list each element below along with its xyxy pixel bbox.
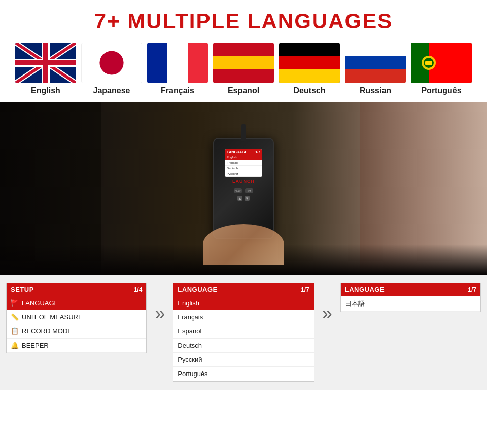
lang-row-russian: Русский (173, 353, 313, 367)
photo-section: LANGUAGE 1/7 English Français Deutsch Ру… (0, 102, 487, 275)
flag-label-francais: Français (161, 86, 194, 95)
setup-panel: SETUP 1/4 🚩 LANGUAGE 📏 UNIT OF MEASURE 📋… (6, 283, 147, 353)
main-title: 7+ MULTIPLE LANGUAGES (0, 9, 487, 33)
flag-item-deutsch: Deutsch (276, 43, 342, 95)
device-screen: LANGUAGE 1/7 English Français Deutsch Ру… (225, 149, 262, 177)
flag-germany (279, 43, 340, 83)
setup-panel-header: SETUP 1/4 (7, 283, 146, 296)
language-icon: 🚩 (11, 299, 19, 307)
svg-rect-17 (213, 69, 274, 76)
flag-label-deutsch: Deutsch (293, 86, 325, 95)
flag-label-russian: Russian (360, 86, 391, 95)
setup-beeper-text: BEEPER (22, 342, 49, 349)
svg-rect-11 (147, 43, 167, 83)
flag-item-portugues: Português (408, 43, 474, 95)
setup-row-unit: 📏 UNIT OF MEASURE (7, 310, 146, 324)
language-panel2-number: 1/7 (468, 286, 476, 293)
svg-point-10 (99, 51, 123, 74)
device-buttons: HELP I/M (214, 188, 273, 193)
flag-label-espanol: Espanol (228, 86, 259, 95)
language-panel2-title: LANGUAGE (345, 286, 385, 293)
svg-rect-22 (345, 56, 406, 70)
lang-row-francais: Français (173, 310, 313, 324)
record-icon: 📋 (11, 327, 19, 335)
lang-russian: Русский (178, 356, 202, 363)
flag-label-english: English (31, 86, 60, 95)
flag-item-english: English (13, 43, 79, 95)
lang-francais: Français (178, 313, 203, 321)
lang-japanese: 日本語 (345, 300, 365, 307)
svg-rect-13 (188, 43, 208, 83)
lang-deutsch: Deutsch (178, 342, 202, 349)
setup-row-record: 📋 RECORD MODE (7, 324, 146, 339)
lang-row-deutsch: Deutsch (173, 339, 313, 353)
language-panel-1: LANGUAGE 1/7 English Français Espanol De… (173, 283, 314, 382)
language-panel2-header: LANGUAGE 1/7 (341, 283, 480, 296)
flag-item-espanol: Espanol (211, 43, 276, 95)
flag-label-portugues: Português (421, 86, 461, 95)
device-brand-label: LAUNCH (214, 179, 273, 184)
setup-row-language: 🚩 LANGUAGE (7, 296, 146, 310)
language-panel-2: LANGUAGE 1/7 日本語 (340, 283, 481, 312)
lang-row-english: English (173, 296, 313, 310)
lang-row-espanol: Espanol (173, 324, 313, 339)
svg-rect-19 (279, 56, 340, 70)
svg-rect-20 (279, 69, 340, 83)
svg-rect-16 (213, 50, 274, 56)
lang-portugues: Português (178, 370, 207, 378)
setup-unit-text: UNIT OF MEASURE (22, 313, 83, 321)
flags-section: English Japanese Français (0, 39, 487, 102)
setup-panel-number: 1/4 (134, 286, 143, 293)
lang-espanol: Espanol (178, 327, 201, 335)
lang-english: English (178, 299, 199, 307)
setup-row-beeper: 🔔 BEEPER (7, 339, 146, 353)
unit-icon: 📏 (11, 313, 19, 321)
flag-russia (345, 43, 406, 83)
flag-japan (81, 43, 142, 83)
panels-section: SETUP 1/4 🚩 LANGUAGE 📏 UNIT OF MEASURE 📋… (0, 275, 487, 390)
flag-item-russian: Russian (342, 43, 408, 95)
device-container: LANGUAGE 1/7 English Français Deutsch Ру… (213, 138, 274, 239)
arrow-1: » (153, 303, 167, 324)
flag-portugal (411, 43, 472, 83)
language-panel1-header: LANGUAGE 1/7 (173, 283, 313, 296)
flag-item-francais: Français (145, 43, 211, 95)
svg-rect-28 (425, 61, 432, 65)
flag-item-japanese: Japanese (79, 43, 145, 95)
flag-uk (15, 43, 76, 83)
lang-row-japanese: 日本語 (341, 296, 480, 312)
setup-panel-title: SETUP (11, 286, 34, 293)
svg-rect-23 (345, 69, 406, 83)
setup-language-text: LANGUAGE (22, 299, 58, 307)
flag-spain (213, 43, 274, 83)
flag-label-japanese: Japanese (93, 86, 130, 95)
title-section: 7+ MULTIPLE LANGUAGES (0, 0, 487, 39)
arrow-2: » (320, 303, 334, 324)
language-panel1-number: 1/7 (301, 286, 309, 293)
beeper-icon: 🔔 (11, 342, 19, 349)
svg-rect-12 (167, 43, 188, 83)
language-panel1-title: LANGUAGE (178, 286, 217, 293)
setup-record-text: RECORD MODE (22, 327, 72, 335)
flag-france (147, 43, 208, 83)
lang-row-portugues: Português (173, 367, 313, 381)
